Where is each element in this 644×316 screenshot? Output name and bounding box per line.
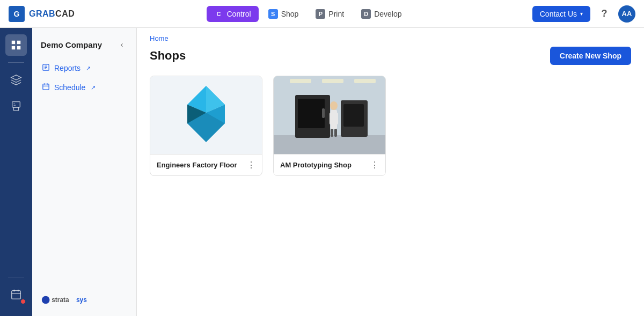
svg-point-28 <box>330 101 338 110</box>
shop-card-footer-engineers-factory: Engineers Factory Floor ⋮ <box>150 154 262 175</box>
svg-rect-33 <box>334 129 337 137</box>
svg-rect-20 <box>322 79 343 83</box>
secondary-sidebar: Demo Company ‹ Reports ↗ <box>32 28 137 316</box>
page-header: Shops Create New Shop <box>137 45 644 76</box>
svg-rect-5 <box>13 107 18 111</box>
svg-rect-27 <box>343 104 364 127</box>
nav-item-control-label: Control <box>227 10 251 18</box>
shop-menu-button-am-prototyping[interactable]: ⋮ <box>370 160 379 170</box>
user-avatar[interactable]: AA <box>618 5 635 23</box>
nav-item-print-label: Print <box>328 10 344 18</box>
nav-item-shop[interactable]: S Shop <box>261 6 306 22</box>
icon-bar-grid[interactable] <box>5 34 27 56</box>
svg-rect-0 <box>12 41 15 44</box>
create-new-shop-button[interactable]: Create New Shop <box>550 47 631 65</box>
reports-external-icon: ↗ <box>86 65 91 72</box>
icon-bar-bottom <box>5 275 27 310</box>
svg-text:strata: strata <box>52 296 69 304</box>
icon-bar-divider-1 <box>8 62 24 63</box>
sidebar-company-name: Demo Company <box>41 40 102 49</box>
logo-area[interactable]: G GRABCAD <box>9 6 75 22</box>
nav-item-develop[interactable]: D Develop <box>354 6 409 22</box>
nav-item-shop-label: Shop <box>281 10 299 18</box>
svg-point-9 <box>42 296 50 304</box>
svg-rect-25 <box>322 108 325 118</box>
svg-rect-8 <box>43 84 49 90</box>
icon-bar-divider-2 <box>8 277 24 277</box>
sidebar-item-schedule[interactable]: Schedule ↗ <box>36 78 132 97</box>
breadcrumb[interactable]: Home <box>137 28 644 45</box>
svg-rect-19 <box>290 79 311 83</box>
nav-item-develop-label: Develop <box>374 10 401 18</box>
sidebar-nav: Reports ↗ Schedule ↗ <box>32 59 136 97</box>
svg-rect-2 <box>12 46 15 49</box>
stratasys-logo-svg: strata sys <box>41 294 100 306</box>
contact-us-button[interactable]: Contact Us ▾ <box>532 6 590 22</box>
shop-card-name-engineers-factory: Engineers Factory Floor <box>157 161 237 169</box>
cube-icon <box>10 74 22 86</box>
shop-card-footer-am-prototyping: AM Prototyping Shop ⋮ <box>274 154 385 175</box>
svg-rect-6 <box>12 291 21 299</box>
svg-rect-22 <box>274 135 385 154</box>
sidebar-item-reports[interactable]: Reports ↗ <box>36 59 132 77</box>
stratasys-logo: strata sys <box>41 294 128 307</box>
icon-bar-printer[interactable] <box>5 95 27 116</box>
grid-icon <box>10 39 22 51</box>
sidebar-item-reports-label: Reports <box>54 64 80 72</box>
sidebar-collapse-button[interactable]: ‹ <box>116 39 128 50</box>
shop-card-engineers-factory[interactable]: Engineers Factory Floor ⋮ <box>150 76 262 176</box>
grabcad-logo-icon: G <box>9 6 25 22</box>
nav-right-actions: Contact Us ▾ ? AA <box>532 5 635 23</box>
top-navigation: G GRABCAD C Control S Shop P Print D Dev… <box>0 0 644 28</box>
schedule-external-icon: ↗ <box>91 84 96 91</box>
am-prototyping-image <box>274 76 385 154</box>
shops-grid: Engineers Factory Floor ⋮ <box>137 76 644 176</box>
sidebar-item-schedule-label: Schedule <box>54 83 85 92</box>
sidebar-header: Demo Company ‹ <box>32 28 136 59</box>
notification-dot <box>20 299 26 304</box>
icon-bar <box>0 28 32 316</box>
printer-icon <box>10 100 22 112</box>
calendar-icon <box>10 289 22 300</box>
help-button[interactable]: ? <box>597 6 612 21</box>
svg-rect-24 <box>298 99 325 128</box>
shop-nav-icon: S <box>268 9 278 19</box>
svg-rect-31 <box>335 113 338 124</box>
shop-card-am-prototyping[interactable]: AM Prototyping Shop ⋮ <box>273 76 386 176</box>
svg-rect-30 <box>330 113 332 124</box>
page-title: Shops <box>150 49 186 63</box>
develop-nav-icon: D <box>361 9 371 19</box>
svg-text:sys: sys <box>76 296 87 304</box>
svg-rect-1 <box>17 41 20 44</box>
shop-thumb-engineers-factory <box>150 76 262 154</box>
svg-rect-4 <box>12 102 20 107</box>
shop-card-name-am-prototyping: AM Prototyping Shop <box>280 161 352 169</box>
sidebar-bottom: strata sys <box>32 285 136 316</box>
icon-bar-cube[interactable] <box>5 69 27 91</box>
shop-thumb-am-prototyping <box>274 76 385 154</box>
nav-item-print[interactable]: P Print <box>308 6 352 22</box>
engineers-factory-logo <box>174 83 238 148</box>
main-layout: Demo Company ‹ Reports ↗ <box>0 28 644 316</box>
reports-icon <box>42 63 50 73</box>
schedule-icon <box>42 83 50 92</box>
svg-rect-32 <box>331 129 333 137</box>
main-content: Home Shops Create New Shop <box>137 28 644 316</box>
contact-chevron-icon: ▾ <box>580 11 583 17</box>
main-nav-items: C Control S Shop P Print D Develop <box>87 6 528 22</box>
svg-rect-3 <box>17 46 20 49</box>
grabcad-logo-text: GRABCAD <box>29 9 75 19</box>
shop-menu-button-engineers-factory[interactable]: ⋮ <box>247 160 255 170</box>
svg-rect-21 <box>354 79 376 83</box>
nav-item-control[interactable]: C Control <box>207 6 259 22</box>
print-nav-icon: P <box>316 9 325 19</box>
icon-bar-notifications[interactable] <box>5 284 27 305</box>
control-nav-icon: C <box>214 9 224 19</box>
